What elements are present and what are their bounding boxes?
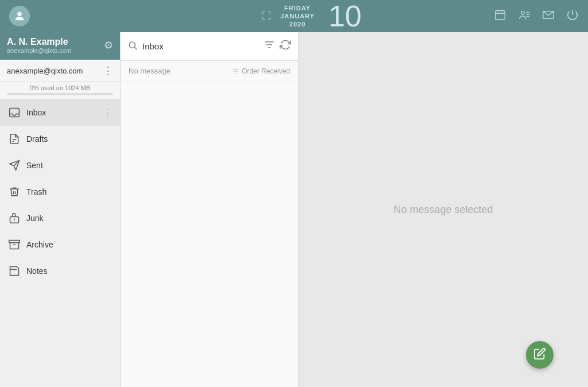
junk-icon	[8, 212, 21, 225]
svg-point-0	[17, 12, 21, 16]
day-label: FRIDAY	[284, 4, 311, 12]
top-bar-right	[494, 9, 579, 24]
sidebar-item-inbox[interactable]: Inbox ⋮	[0, 99, 120, 126]
sidebar-item-drafts-label: Drafts	[26, 134, 112, 144]
user-section: A. N. Example anexample@qixto.com ⚙	[0, 32, 120, 60]
sidebar-item-archive-label: Archive	[26, 240, 112, 249]
order-received: Order Received	[231, 67, 290, 75]
sidebar-item-archive[interactable]: Archive	[0, 231, 120, 258]
account-row: anexample@qixto.com ⋮	[0, 60, 120, 82]
storage-bar-bg	[7, 93, 113, 95]
message-list-panel: Inbox No message Order Received	[121, 32, 299, 387]
sidebar-item-drafts[interactable]: Drafts	[0, 126, 120, 152]
svg-point-5	[521, 11, 525, 14]
top-bar-left	[9, 6, 130, 26]
sidebar-item-sent[interactable]: Sent	[0, 152, 120, 179]
user-name: A. N. Example	[7, 37, 71, 47]
search-bar: Inbox	[121, 32, 298, 61]
top-bar: ⛶ FRIDAY JANUARY 2020 10	[0, 0, 588, 32]
inbox-icon	[8, 106, 21, 119]
sidebar-item-notes-label: Notes	[26, 266, 112, 276]
main-layout: A. N. Example anexample@qixto.com ⚙ anex…	[0, 32, 588, 387]
year-label: 2020	[289, 20, 305, 28]
date-block: FRIDAY JANUARY 2020	[280, 4, 315, 29]
sidebar-item-inbox-label: Inbox	[26, 108, 97, 117]
settings-icon[interactable]: ⚙	[104, 39, 113, 52]
avatar	[9, 6, 30, 26]
svg-line-21	[134, 47, 137, 49]
calendar-icon[interactable]	[494, 9, 506, 24]
sidebar-item-sent-label: Sent	[26, 161, 112, 170]
account-menu-button[interactable]: ⋮	[103, 64, 113, 77]
nav-items: Inbox ⋮ Drafts Sent Trash	[0, 99, 120, 387]
refresh-icon[interactable]	[280, 39, 291, 53]
compose-button[interactable]	[526, 341, 554, 369]
archive-icon	[8, 238, 21, 251]
inbox-more-button[interactable]: ⋮	[103, 107, 112, 118]
sort-icon[interactable]	[264, 39, 275, 53]
sent-icon	[8, 159, 21, 172]
search-icon	[127, 40, 138, 53]
main-content: No message selected	[299, 32, 588, 387]
order-label: Order Received	[242, 67, 290, 75]
trash-icon	[8, 185, 21, 198]
edit-icon	[533, 347, 546, 362]
month-label: JANUARY	[280, 12, 315, 20]
power-icon[interactable]	[566, 9, 579, 24]
sidebar-item-junk-label: Junk	[26, 214, 112, 223]
drafts-icon	[8, 133, 21, 145]
no-message-row: No message Order Received	[121, 61, 298, 82]
search-input-label[interactable]: Inbox	[142, 41, 259, 51]
storage-bar-wrapper: 0% used on 1024 MB	[0, 82, 120, 99]
svg-rect-17	[9, 241, 20, 243]
sidebar-item-notes[interactable]: Notes	[0, 258, 120, 284]
storage-label: 0% used on 1024 MB	[7, 84, 113, 91]
sidebar-item-trash[interactable]: Trash	[0, 179, 120, 205]
sidebar-item-junk[interactable]: Junk	[0, 205, 120, 231]
notes-icon	[8, 265, 21, 277]
user-email-subtitle: anexample@qixto.com	[7, 47, 71, 54]
message-list-content	[121, 82, 298, 387]
account-email: anexample@qixto.com	[7, 67, 83, 75]
sidebar: A. N. Example anexample@qixto.com ⚙ anex…	[0, 32, 121, 387]
svg-point-20	[129, 42, 136, 48]
no-message-text: No message	[129, 67, 171, 75]
no-message-selected-label: No message selected	[393, 204, 493, 216]
contacts-icon[interactable]	[518, 9, 531, 24]
mail-icon[interactable]	[542, 9, 555, 24]
top-bar-center: ⛶ FRIDAY JANUARY 2020 10	[130, 1, 494, 31]
svg-rect-1	[496, 10, 505, 20]
day-number: 10	[328, 1, 362, 31]
expand-icon[interactable]: ⛶	[262, 11, 271, 21]
sidebar-item-trash-label: Trash	[26, 187, 112, 196]
